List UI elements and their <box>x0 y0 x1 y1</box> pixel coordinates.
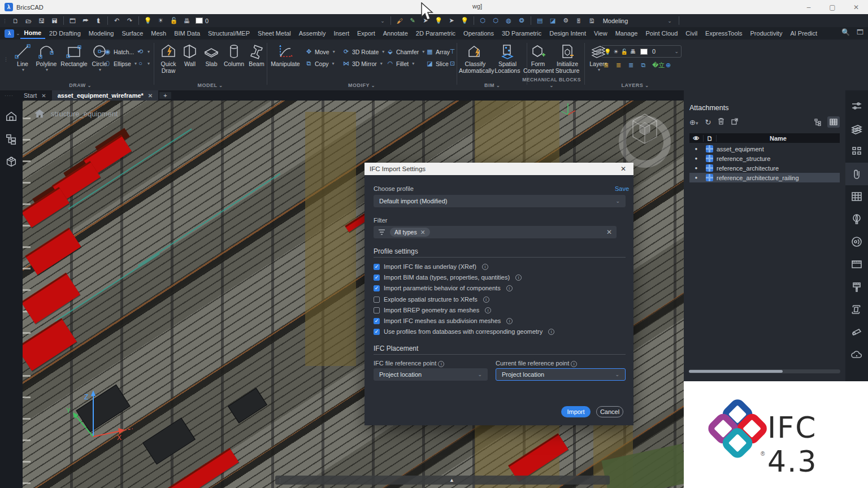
remove-chip-icon[interactable]: ✕ <box>420 229 426 236</box>
checkbox-checked[interactable]: ✓ <box>374 285 380 291</box>
open-file-icon[interactable]: 🗁 <box>24 16 33 25</box>
expand-command-bar-icon[interactable]: ▲ <box>449 477 454 483</box>
filter-input[interactable]: All types ✕ ✕ <box>374 226 617 238</box>
cancel-button[interactable]: Cancel <box>596 406 623 417</box>
breadcrumb[interactable]: structure_equipment <box>34 108 118 119</box>
view-render-icon[interactable]: ❂ <box>517 16 527 25</box>
ellipse-button[interactable]: ⬯ Ellipse▾ <box>104 60 137 67</box>
tab-asset-equipment-wireframe[interactable]: asset_equipment_wireframe* ✕ <box>52 90 159 101</box>
paint-brush-panel-icon[interactable] <box>845 276 868 298</box>
hide-icon[interactable]: ➤ <box>447 16 457 25</box>
check-underlay[interactable]: ✓ Import IFC file as underlay (XRef)i <box>374 263 488 270</box>
copy-button[interactable]: ⧉ Copy▾ <box>305 60 335 67</box>
tab-expresstools[interactable]: ExpressTools <box>701 28 746 38</box>
reload-icon[interactable]: ↻ <box>705 118 711 127</box>
tab-modeling[interactable]: Modeling <box>85 28 118 38</box>
structural-profile-panel-icon[interactable] <box>845 298 868 321</box>
view-cube-2-icon[interactable]: ⬡ <box>491 16 501 25</box>
initialize-structure-button[interactable]: Initialize Structure <box>553 42 582 74</box>
flip-button[interactable]: ⊡ <box>449 60 456 67</box>
tab-productivity[interactable]: Productivity <box>747 28 787 38</box>
preview-icon[interactable]: 🗔 <box>68 16 77 25</box>
render-image-icon[interactable]: 🖻 <box>587 16 597 25</box>
manipulate-button[interactable]: Manipulate <box>269 42 302 67</box>
home-view-icon[interactable] <box>0 105 23 128</box>
checkbox-checked[interactable]: ✓ <box>374 274 380 281</box>
new-file-icon[interactable]: 🗋 <box>11 16 20 25</box>
tab-mesh[interactable]: Mesh <box>147 28 170 38</box>
match-properties-icon[interactable]: 🖌 <box>395 16 405 25</box>
unisolate-icon[interactable]: 💡 <box>460 16 470 25</box>
check-explode-spatial[interactable]: Explode spatial structure to XRefsi <box>374 296 489 303</box>
close-button[interactable]: ✕ <box>844 0 868 14</box>
redo-icon[interactable]: ↷ <box>125 16 134 25</box>
attachments-scrollbar[interactable] <box>689 369 840 373</box>
check-subdivision[interactable]: ✓ Import IFC meshes as subdivision meshe… <box>374 317 513 324</box>
ribbon-grip[interactable]: ⋮ <box>3 56 8 62</box>
tab-point-cloud[interactable]: Point Cloud <box>641 28 682 38</box>
visible-dot[interactable]: ● <box>689 156 703 161</box>
blocks-panel-icon[interactable] <box>845 140 868 163</box>
checkbox-checked[interactable]: ✓ <box>374 264 380 270</box>
chamfer-button[interactable]: ⬙ Chamfer▾ <box>387 48 424 55</box>
tab-assembly[interactable]: Assembly <box>295 28 330 38</box>
revision-cloud-button[interactable]: ⟲▾ <box>137 48 150 55</box>
line-button[interactable]: Line▾ <box>10 42 35 72</box>
rectangle-button[interactable]: Rectangle <box>59 42 89 67</box>
ribbon-options-icon[interactable]: 🗔 <box>857 28 863 36</box>
layer-state-combo[interactable]: 💡 ☀ 🔓 🖶 0 ⌄ <box>601 45 682 58</box>
materials-panel-icon[interactable] <box>845 253 868 276</box>
tab-structural-mep[interactable]: Structural/MEP <box>204 28 254 38</box>
circle-button[interactable]: Circle▾ <box>87 42 112 72</box>
properties-sliders-icon[interactable]: 🎚 <box>574 16 584 25</box>
name-column-header[interactable]: Name <box>717 135 840 142</box>
layer-on-icon[interactable]: 💡 <box>143 16 153 25</box>
tab-annotate[interactable]: Annotate <box>379 28 412 38</box>
command-bar-collapsed[interactable]: ⋮ ▲ <box>275 476 610 485</box>
publish-icon[interactable]: ⮬ <box>94 16 103 25</box>
layers-panel-icon[interactable] <box>845 117 868 140</box>
rotate-3d-button[interactable]: ⟳ 3D Rotate▾ <box>342 48 384 55</box>
ribbon-search-icon[interactable]: 🔍 <box>841 28 850 36</box>
file-column-icon[interactable]: 🗋 <box>703 135 717 142</box>
view-cube-1-icon[interactable]: ⬡ <box>478 16 488 25</box>
attachment-row[interactable]: ● asset_equipment <box>689 144 840 154</box>
visible-dot[interactable]: ● <box>689 175 703 180</box>
tconnect-button[interactable]: ⊤ <box>449 48 456 55</box>
attachment-row[interactable]: ● reference_architecture <box>689 163 840 173</box>
attachment-row-selected[interactable]: ● reference_architecture_railing <box>689 173 840 182</box>
checkbox-unchecked[interactable] <box>374 297 380 303</box>
tab-insert[interactable]: Insert <box>329 28 353 38</box>
properties-panel-icon[interactable] <box>845 95 868 117</box>
layer-merge-icon[interactable]: ⧉ <box>640 62 647 69</box>
profile-select[interactable]: Default import (Modified) ⌄ <box>374 195 626 207</box>
save-as-icon[interactable]: 🖬 <box>50 16 59 25</box>
view-shade-icon[interactable]: ◍ <box>504 16 514 25</box>
tab-home[interactable]: Home <box>20 28 46 39</box>
check-parametric[interactable]: ✓ Import parametric behavior of componen… <box>374 285 513 291</box>
mirror-3d-button[interactable]: ⋈ 3D Mirror▾ <box>342 60 383 67</box>
trash-icon[interactable] <box>718 117 724 127</box>
array-button[interactable]: ▦ Array <box>426 48 450 55</box>
command-bar-grip[interactable]: ⋮ <box>277 477 282 483</box>
polyline-button[interactable]: Polyline▾ <box>34 42 59 72</box>
attachments-panel-icon[interactable] <box>845 163 868 185</box>
model-box-icon[interactable] <box>0 150 23 173</box>
current-ref-select[interactable]: Project location ⌄ <box>496 368 626 381</box>
checkbox-checked[interactable]: ✓ <box>374 329 380 335</box>
export-icon[interactable]: ⮫ <box>81 16 90 25</box>
visibility-column-eye-icon[interactable]: 👁 <box>689 135 703 142</box>
tabbar-grip[interactable]: ···· <box>5 93 14 98</box>
table-view-toggle[interactable] <box>827 116 840 128</box>
classify-automatically-button[interactable]: Classify Automatically <box>459 42 492 74</box>
hatch-button[interactable]: ◉ Hatch...▾ <box>104 48 140 55</box>
ribbon-app-button[interactable]: λ <box>5 29 14 38</box>
check-brep[interactable]: Import BREP geometry as meshesi <box>374 307 491 313</box>
ribbon-app-chevron-icon[interactable]: ⌄ <box>16 30 20 36</box>
tab-start[interactable]: Start ✕ <box>18 90 52 101</box>
close-tab-icon[interactable]: ✕ <box>148 93 153 99</box>
column-button[interactable]: Column <box>220 42 248 67</box>
check-bim-data[interactable]: ✓ Import BIM data (types, properties, qu… <box>374 274 522 281</box>
tab-manage[interactable]: Manage <box>611 28 642 38</box>
clear-filter-icon[interactable]: ✕ <box>606 228 612 236</box>
